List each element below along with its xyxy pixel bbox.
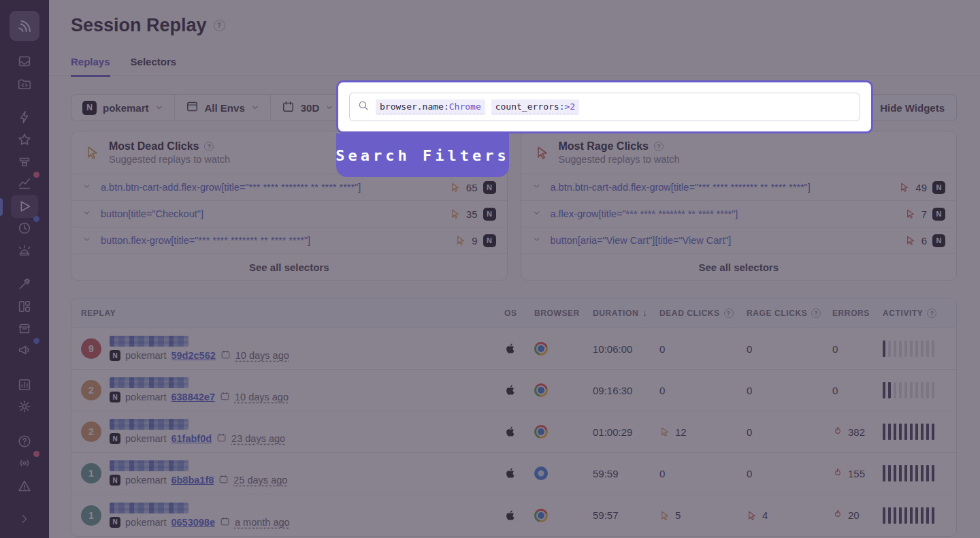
search-spotlight: browser.name:Chrome count_errors:>2 Sear… [336,80,873,177]
search-input[interactable]: browser.name:Chrome count_errors:>2 [349,93,860,121]
search-icon [357,99,370,114]
search-token[interactable]: count_errors:>2 [491,99,579,114]
search-token[interactable]: browser.name:Chrome [376,99,485,114]
search-box: browser.name:Chrome count_errors:>2 [336,80,873,133]
search-filters-tour-label: Search Filters [336,133,509,177]
